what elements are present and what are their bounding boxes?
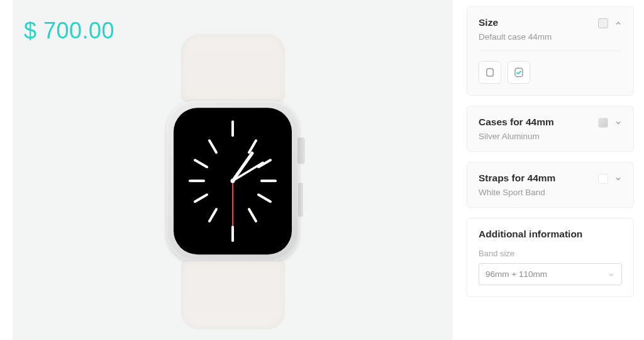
watch-band-bottom (181, 261, 285, 329)
panel-strap[interactable]: Straps for 44mm White Sport Band (467, 162, 634, 208)
svg-line-12 (233, 153, 252, 181)
watch-side-button (298, 183, 303, 217)
band-size-value: 96mm + 110mm (486, 269, 547, 279)
panel-additional-info: Additional information Band size 96mm + … (467, 218, 634, 297)
chevron-down-icon[interactable] (614, 175, 622, 183)
panel-size-subtitle: Default case 44mm (479, 32, 593, 42)
panel-size: Size Default case 44mm (467, 6, 634, 96)
size-options (479, 61, 622, 84)
strap-swatch-icon (598, 174, 608, 184)
product-watch-illustration (167, 34, 299, 329)
panel-strap-title: Straps for 44mm (479, 173, 593, 184)
svg-line-8 (258, 195, 270, 201)
svg-rect-16 (487, 69, 494, 76)
chevron-up-icon[interactable] (614, 20, 622, 27)
svg-line-4 (249, 140, 256, 152)
chevron-down-icon (608, 271, 615, 278)
additional-info-title: Additional information (479, 229, 622, 240)
panel-size-title: Size (479, 17, 593, 28)
svg-line-11 (209, 209, 216, 221)
size-swatch-icon (598, 18, 608, 28)
panel-case-title: Cases for 44mm (479, 116, 593, 128)
watch-case (167, 101, 299, 261)
chevron-down-icon[interactable] (614, 119, 622, 127)
price: $ 700.00 (24, 18, 114, 44)
size-option-40mm[interactable] (479, 61, 501, 84)
panel-strap-subtitle: White Sport Band (479, 188, 593, 197)
watch-crown (297, 137, 305, 164)
svg-point-15 (231, 179, 235, 183)
panel-case[interactable]: Cases for 44mm Silver Aluminum (467, 106, 634, 152)
panel-size-header[interactable]: Size Default case 44mm (479, 17, 622, 42)
watch-band-top (181, 34, 285, 101)
case-swatch-icon (598, 118, 608, 128)
watch-face (174, 108, 292, 254)
svg-line-9 (195, 195, 207, 201)
band-size-select[interactable]: 96mm + 110mm (479, 263, 622, 285)
panel-case-subtitle: Silver Aluminum (479, 132, 593, 141)
divider (479, 50, 622, 51)
product-image-area: $ 700.00 (13, 0, 453, 340)
band-size-label: Band size (479, 249, 622, 258)
svg-line-10 (249, 209, 256, 221)
svg-line-7 (195, 160, 207, 167)
config-sidebar: Size Default case 44mm (467, 0, 634, 340)
size-option-44mm[interactable] (508, 61, 530, 84)
svg-line-5 (209, 140, 216, 152)
